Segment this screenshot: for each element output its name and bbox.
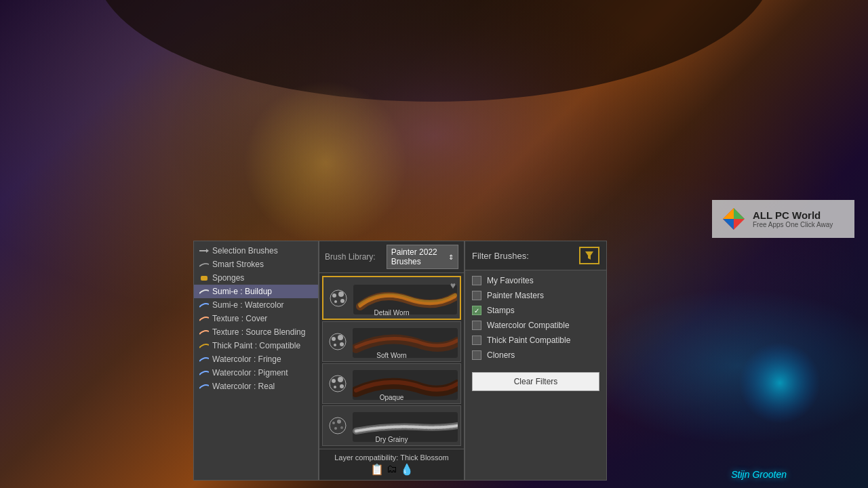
filter-label-cloners: Cloners	[487, 350, 515, 360]
brush-item-icon-0	[326, 286, 351, 310]
filter-option-painter-masters[interactable]: Painter Masters	[472, 291, 599, 300]
brush-list-item-8[interactable]: Watercolor : Fringe	[194, 352, 318, 366]
svg-point-19	[338, 335, 343, 340]
filter-option-watercolor[interactable]: Watercolor Compatible	[472, 321, 599, 330]
brush-item-detail-worn[interactable]: Detail Worn ♥	[322, 276, 461, 320]
clear-filters-button[interactable]: Clear Filters	[472, 372, 599, 391]
brush-icon-sumie-buildup	[199, 288, 209, 295]
brush-list-item-10[interactable]: Watercolor : Real	[194, 380, 318, 393]
brush-item-opaque[interactable]: Opaque	[322, 363, 461, 404]
heart-icon-0[interactable]: ♥	[450, 280, 456, 291]
brush-list-item-7[interactable]: Thick Paint : Compatible	[194, 339, 318, 352]
brush-label-1: Soft Worn	[376, 352, 406, 359]
brush-icon-sumie-watercolor	[199, 302, 209, 308]
filter-label-watercolor: Watercolor Compatible	[487, 321, 570, 330]
svg-point-33	[334, 427, 337, 430]
brush-list-item-3[interactable]: Sumi-e : Buildup	[194, 285, 318, 298]
filter-panel: Filter Brushes: My Favorites Painter Mas…	[465, 241, 607, 481]
filter-header: Filter Brushes:	[465, 241, 606, 270]
brush-item-soft-worn[interactable]: Soft Worn	[322, 321, 461, 362]
brush-list-panel: Selection Brushes Smart Strokes Sponges …	[193, 241, 319, 481]
brush-item-icon-1	[326, 329, 350, 354]
svg-marker-5	[734, 208, 745, 219]
brush-item-icon-3	[326, 413, 350, 438]
brush-icon-texture-cover	[199, 315, 209, 322]
funnel-icon	[584, 250, 595, 261]
svg-point-26	[340, 384, 344, 388]
brush-list-item-1[interactable]: Smart Strokes	[194, 258, 318, 271]
watermark-subtitle: Free Apps One Click Away	[753, 221, 833, 228]
brush-item-icon-2	[326, 371, 350, 396]
filter-checkbox-painter-masters[interactable]	[472, 291, 481, 300]
filter-option-cloners[interactable]: Cloners	[472, 350, 599, 360]
svg-point-20	[340, 342, 344, 346]
brush-icon-texture-source	[199, 329, 209, 336]
brush-list-item-2[interactable]: Sponges	[194, 271, 318, 285]
filter-checkbox-favorites[interactable]	[472, 276, 481, 285]
main-panel: Selection Brushes Smart Strokes Sponges …	[193, 241, 607, 481]
compat-icon-2: 🗂	[387, 463, 397, 476]
stamp-icon-1	[327, 331, 349, 352]
svg-point-17	[330, 333, 346, 350]
brush-item-dry-grainy[interactable]: Dry Grainy	[322, 405, 461, 446]
brush-list-item-0[interactable]: Selection Brushes	[194, 244, 318, 258]
compat-icons: 📋 🗂 💧	[325, 463, 458, 476]
filter-funnel-button[interactable]	[579, 247, 599, 264]
brush-list-item-9[interactable]: Watercolor : Pigment	[194, 366, 318, 380]
svg-marker-9	[206, 249, 209, 253]
filter-checkbox-cloners[interactable]	[472, 350, 481, 360]
svg-point-23	[330, 375, 346, 392]
filter-option-favorites[interactable]: My Favorites	[472, 276, 599, 285]
compat-icon-1: 📋	[370, 463, 384, 476]
filter-checkbox-stamps[interactable]	[472, 306, 481, 315]
watermark-box: ALL PC World Free Apps One Click Away	[712, 200, 854, 238]
filter-options-container: My Favorites Painter Masters Stamps Wate…	[465, 270, 606, 365]
svg-rect-8	[199, 250, 206, 251]
svg-marker-35	[585, 251, 593, 260]
brush-icon-watercolor-fringe	[199, 356, 209, 363]
brush-list-item-6[interactable]: Texture : Source Blending	[194, 325, 318, 339]
filter-option-thick-paint[interactable]: Thick Paint Compatible	[472, 336, 599, 345]
stamp-icon-0	[328, 287, 349, 309]
filter-checkbox-watercolor[interactable]	[472, 321, 481, 330]
library-label: Brush Library:	[325, 252, 376, 262]
svg-point-27	[334, 386, 336, 388]
svg-point-32	[340, 426, 343, 429]
library-dropdown[interactable]: Painter 2022 Brushes ⇕	[387, 245, 458, 269]
library-header-row: Brush Library: Painter 2022 Brushes ⇕	[319, 241, 464, 273]
brush-icon-watercolor-real	[199, 383, 209, 390]
filter-label-painter-masters: Painter Masters	[487, 291, 544, 300]
filter-checkbox-thick-paint[interactable]	[472, 336, 481, 345]
svg-marker-6	[723, 219, 734, 230]
svg-point-24	[332, 379, 336, 383]
filter-option-stamps[interactable]: Stamps	[472, 306, 599, 315]
brush-icon-selection	[199, 247, 209, 254]
filter-label-thick-paint: Thick Paint Compatible	[487, 336, 570, 345]
filter-label-stamps: Stamps	[487, 306, 515, 315]
brush-list-item-5[interactable]: Texture : Cover	[194, 312, 318, 325]
brush-icon-smart	[199, 261, 209, 268]
svg-point-15	[334, 300, 337, 303]
stroke-preview-2	[353, 370, 458, 400]
brush-icon-watercolor-pigment	[199, 369, 209, 376]
brush-label-2: Opaque	[380, 394, 404, 401]
filter-title: Filter Brushes:	[472, 251, 529, 261]
brush-items-container: Detail Worn ♥	[319, 273, 464, 449]
svg-rect-10	[201, 276, 208, 281]
brush-label-0: Detail Worn	[374, 309, 409, 317]
watermark-logo	[722, 207, 746, 231]
compat-icon-3: 💧	[400, 463, 414, 476]
svg-point-12	[332, 293, 336, 298]
brush-icon-thick-paint	[199, 342, 209, 349]
brush-footer: Layer compatibility: Thick Blossom 📋 🗂 💧	[319, 449, 464, 480]
svg-point-13	[338, 291, 344, 297]
watermark-text: ALL PC World Free Apps One Click Away	[753, 209, 833, 228]
stamp-icon-3	[327, 415, 349, 436]
svg-marker-7	[723, 208, 734, 219]
brush-icon-sponge	[199, 274, 209, 281]
watermark-title: ALL PC World	[753, 209, 833, 221]
filter-label-favorites: My Favorites	[487, 276, 534, 285]
artist-name: Stijn Grooten	[731, 469, 787, 480]
stamp-icon-2	[327, 373, 349, 394]
brush-list-item-4[interactable]: Sumi-e : Watercolor	[194, 298, 318, 312]
